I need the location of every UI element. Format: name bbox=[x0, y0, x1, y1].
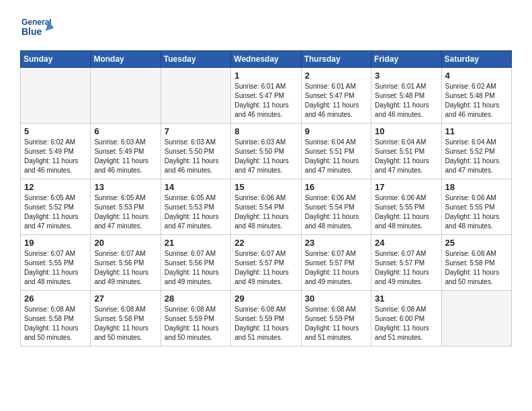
calendar-cell: 6Sunrise: 6:03 AM Sunset: 5:49 PM Daylig… bbox=[91, 124, 161, 179]
day-number: 24 bbox=[375, 238, 437, 248]
day-info: Sunrise: 6:01 AM Sunset: 5:47 PM Dayligh… bbox=[305, 82, 367, 120]
day-info: Sunrise: 6:07 AM Sunset: 5:56 PM Dayligh… bbox=[94, 249, 157, 287]
day-number: 14 bbox=[165, 182, 227, 192]
calendar-cell: 27Sunrise: 6:08 AM Sunset: 5:58 PM Dayli… bbox=[91, 291, 161, 347]
day-number: 29 bbox=[234, 293, 297, 304]
day-info: Sunrise: 6:02 AM Sunset: 5:48 PM Dayligh… bbox=[445, 82, 508, 120]
day-info: Sunrise: 6:03 AM Sunset: 5:50 PM Dayligh… bbox=[234, 138, 297, 175]
calendar-week-row: 1Sunrise: 6:01 AM Sunset: 5:47 PM Daylig… bbox=[21, 68, 512, 124]
calendar-cell: 20Sunrise: 6:07 AM Sunset: 5:56 PM Dayli… bbox=[91, 235, 161, 291]
calendar-cell: 8Sunrise: 6:03 AM Sunset: 5:50 PM Daylig… bbox=[231, 124, 301, 179]
calendar-week-row: 5Sunrise: 6:02 AM Sunset: 5:49 PM Daylig… bbox=[21, 124, 512, 179]
logo: General Blue bbox=[20, 13, 54, 44]
calendar-cell bbox=[21, 68, 91, 124]
calendar-header-row: SundayMondayTuesdayWednesdayThursdayFrid… bbox=[21, 51, 512, 68]
day-info: Sunrise: 6:07 AM Sunset: 5:55 PM Dayligh… bbox=[24, 249, 87, 287]
calendar-cell: 24Sunrise: 6:07 AM Sunset: 5:57 PM Dayli… bbox=[371, 235, 441, 291]
day-header-friday: Friday bbox=[371, 51, 441, 68]
day-info: Sunrise: 6:01 AM Sunset: 5:48 PM Dayligh… bbox=[375, 82, 437, 120]
day-number: 31 bbox=[375, 293, 437, 304]
day-number: 26 bbox=[24, 293, 87, 304]
calendar-cell: 21Sunrise: 6:07 AM Sunset: 5:56 PM Dayli… bbox=[161, 235, 230, 291]
day-number: 2 bbox=[305, 71, 367, 81]
day-info: Sunrise: 6:06 AM Sunset: 5:54 PM Dayligh… bbox=[234, 193, 297, 231]
day-info: Sunrise: 6:04 AM Sunset: 5:51 PM Dayligh… bbox=[305, 138, 367, 175]
day-info: Sunrise: 6:02 AM Sunset: 5:49 PM Dayligh… bbox=[24, 138, 87, 175]
day-header-sunday: Sunday bbox=[21, 51, 91, 68]
calendar-cell: 18Sunrise: 6:06 AM Sunset: 5:55 PM Dayli… bbox=[441, 179, 511, 235]
calendar-cell: 25Sunrise: 6:08 AM Sunset: 5:58 PM Dayli… bbox=[441, 235, 511, 291]
calendar-cell: 15Sunrise: 6:06 AM Sunset: 5:54 PM Dayli… bbox=[231, 179, 301, 235]
calendar-cell: 23Sunrise: 6:07 AM Sunset: 5:57 PM Dayli… bbox=[301, 235, 371, 291]
calendar-cell: 7Sunrise: 6:03 AM Sunset: 5:50 PM Daylig… bbox=[161, 124, 230, 179]
day-info: Sunrise: 6:07 AM Sunset: 5:56 PM Dayligh… bbox=[165, 249, 227, 287]
calendar-cell: 4Sunrise: 6:02 AM Sunset: 5:48 PM Daylig… bbox=[441, 68, 511, 124]
day-info: Sunrise: 6:08 AM Sunset: 5:58 PM Dayligh… bbox=[24, 305, 87, 342]
day-number: 6 bbox=[94, 126, 157, 136]
day-number: 10 bbox=[375, 126, 437, 136]
calendar-table: SundayMondayTuesdayWednesdayThursdayFrid… bbox=[20, 50, 512, 347]
day-info: Sunrise: 6:01 AM Sunset: 5:47 PM Dayligh… bbox=[234, 82, 297, 120]
day-info: Sunrise: 6:07 AM Sunset: 5:57 PM Dayligh… bbox=[234, 249, 297, 287]
day-info: Sunrise: 6:07 AM Sunset: 5:57 PM Dayligh… bbox=[375, 249, 437, 287]
day-info: Sunrise: 6:03 AM Sunset: 5:50 PM Dayligh… bbox=[165, 138, 227, 175]
day-header-thursday: Thursday bbox=[301, 51, 371, 68]
day-info: Sunrise: 6:08 AM Sunset: 6:00 PM Dayligh… bbox=[375, 305, 437, 342]
day-number: 15 bbox=[234, 182, 297, 192]
calendar-cell: 10Sunrise: 6:04 AM Sunset: 5:51 PM Dayli… bbox=[371, 124, 441, 179]
header: General Blue bbox=[20, 13, 512, 44]
day-info: Sunrise: 6:03 AM Sunset: 5:49 PM Dayligh… bbox=[94, 138, 157, 175]
calendar-cell: 29Sunrise: 6:08 AM Sunset: 5:59 PM Dayli… bbox=[231, 291, 301, 347]
day-info: Sunrise: 6:06 AM Sunset: 5:55 PM Dayligh… bbox=[375, 193, 437, 231]
calendar-cell: 3Sunrise: 6:01 AM Sunset: 5:48 PM Daylig… bbox=[371, 68, 441, 124]
svg-text:General: General bbox=[21, 17, 52, 27]
calendar-cell: 26Sunrise: 6:08 AM Sunset: 5:58 PM Dayli… bbox=[21, 291, 91, 347]
logo-svg: General Blue bbox=[20, 13, 54, 44]
calendar-cell: 22Sunrise: 6:07 AM Sunset: 5:57 PM Dayli… bbox=[231, 235, 301, 291]
day-header-monday: Monday bbox=[91, 51, 161, 68]
calendar-week-row: 26Sunrise: 6:08 AM Sunset: 5:58 PM Dayli… bbox=[21, 291, 512, 347]
day-info: Sunrise: 6:08 AM Sunset: 5:59 PM Dayligh… bbox=[305, 305, 367, 342]
day-info: Sunrise: 6:05 AM Sunset: 5:53 PM Dayligh… bbox=[94, 193, 157, 231]
calendar-cell: 30Sunrise: 6:08 AM Sunset: 5:59 PM Dayli… bbox=[301, 291, 371, 347]
day-number: 21 bbox=[165, 238, 227, 248]
day-info: Sunrise: 6:07 AM Sunset: 5:57 PM Dayligh… bbox=[305, 249, 367, 287]
day-number: 9 bbox=[305, 126, 367, 136]
page: General Blue SundayMondayTuesdayWednesda… bbox=[0, 0, 532, 411]
day-info: Sunrise: 6:08 AM Sunset: 5:58 PM Dayligh… bbox=[445, 249, 508, 287]
day-number: 20 bbox=[94, 238, 157, 248]
calendar-cell: 14Sunrise: 6:05 AM Sunset: 5:53 PM Dayli… bbox=[161, 179, 230, 235]
day-number: 7 bbox=[165, 126, 227, 136]
day-info: Sunrise: 6:04 AM Sunset: 5:51 PM Dayligh… bbox=[375, 138, 437, 175]
day-number: 5 bbox=[24, 126, 87, 136]
day-number: 1 bbox=[234, 71, 297, 81]
day-number: 30 bbox=[305, 293, 367, 304]
svg-text:Blue: Blue bbox=[21, 26, 42, 37]
day-info: Sunrise: 6:08 AM Sunset: 5:59 PM Dayligh… bbox=[165, 305, 227, 342]
day-info: Sunrise: 6:04 AM Sunset: 5:52 PM Dayligh… bbox=[445, 138, 508, 175]
day-number: 3 bbox=[375, 71, 437, 81]
day-number: 17 bbox=[375, 182, 437, 192]
calendar-cell: 16Sunrise: 6:06 AM Sunset: 5:54 PM Dayli… bbox=[301, 179, 371, 235]
calendar-cell: 17Sunrise: 6:06 AM Sunset: 5:55 PM Dayli… bbox=[371, 179, 441, 235]
calendar-cell: 1Sunrise: 6:01 AM Sunset: 5:47 PM Daylig… bbox=[231, 68, 301, 124]
calendar-cell: 13Sunrise: 6:05 AM Sunset: 5:53 PM Dayli… bbox=[91, 179, 161, 235]
day-header-wednesday: Wednesday bbox=[231, 51, 301, 68]
day-info: Sunrise: 6:05 AM Sunset: 5:53 PM Dayligh… bbox=[165, 193, 227, 231]
day-number: 25 bbox=[445, 238, 508, 248]
calendar-cell: 9Sunrise: 6:04 AM Sunset: 5:51 PM Daylig… bbox=[301, 124, 371, 179]
day-number: 12 bbox=[24, 182, 87, 192]
day-number: 27 bbox=[94, 293, 157, 304]
calendar-cell: 5Sunrise: 6:02 AM Sunset: 5:49 PM Daylig… bbox=[21, 124, 91, 179]
calendar-cell bbox=[91, 68, 161, 124]
day-header-tuesday: Tuesday bbox=[161, 51, 230, 68]
day-number: 18 bbox=[445, 182, 508, 192]
day-header-saturday: Saturday bbox=[441, 51, 511, 68]
day-number: 4 bbox=[445, 71, 508, 81]
calendar-cell: 28Sunrise: 6:08 AM Sunset: 5:59 PM Dayli… bbox=[161, 291, 230, 347]
day-number: 22 bbox=[234, 238, 297, 248]
calendar-cell bbox=[441, 291, 511, 347]
day-info: Sunrise: 6:05 AM Sunset: 5:52 PM Dayligh… bbox=[24, 193, 87, 231]
calendar-cell: 19Sunrise: 6:07 AM Sunset: 5:55 PM Dayli… bbox=[21, 235, 91, 291]
day-info: Sunrise: 6:08 AM Sunset: 5:59 PM Dayligh… bbox=[234, 305, 297, 342]
